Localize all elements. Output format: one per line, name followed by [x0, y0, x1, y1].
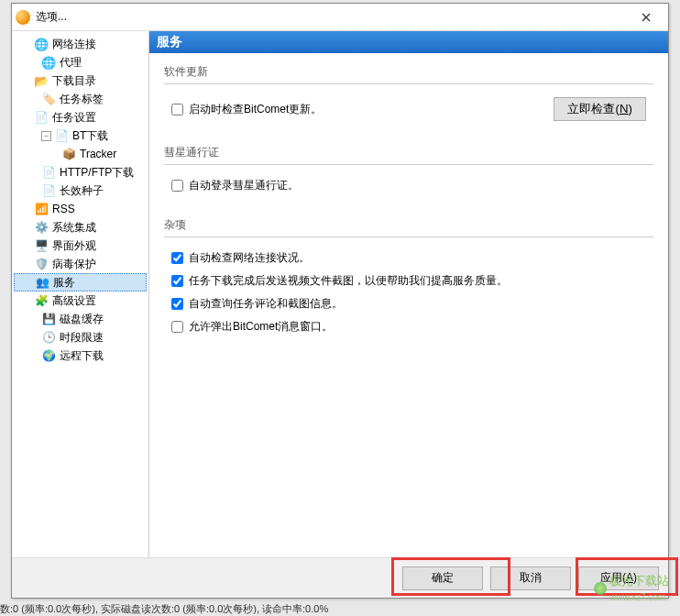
sidebar-item-bt-download[interactable]: −BT下载 — [14, 126, 147, 145]
sidebar-item-proxy[interactable]: 代理 — [14, 53, 147, 72]
tree-label: 任务标签 — [60, 92, 104, 107]
disk-icon — [41, 312, 56, 326]
sidebar-item-disk-cache[interactable]: 磁盘缓存 — [14, 310, 147, 328]
tree-label: BT下载 — [72, 128, 108, 144]
document-icon — [41, 183, 56, 198]
document-icon — [41, 165, 56, 180]
apply-button[interactable]: 应用(A) — [578, 566, 659, 590]
document-icon — [54, 128, 69, 143]
sidebar-item-services[interactable]: 服务 — [14, 273, 147, 292]
window-title: 选项... — [36, 9, 628, 25]
dialog-button-bar: 确定 取消 应用(A) — [12, 557, 668, 598]
people-icon — [35, 275, 49, 290]
gear-icon — [34, 220, 49, 235]
sidebar-item-task-tags[interactable]: 任务标签 — [14, 90, 147, 108]
checkbox-input[interactable] — [171, 180, 183, 192]
sidebar-item-long-seed[interactable]: 长效种子 — [14, 182, 147, 200]
check-now-button[interactable]: 立即检查(N) — [554, 97, 646, 121]
options-dialog: 选项... 网络连接 代理 下载目录 任务标签 任务设置 −BT下载 Track… — [11, 3, 669, 599]
close-button[interactable] — [628, 5, 664, 30]
content-header: 服务 — [149, 31, 668, 53]
sidebar-item-download-dir[interactable]: 下载目录 — [14, 72, 147, 90]
auto-net-checkbox[interactable]: 自动检查网络连接状况。 — [171, 250, 310, 266]
divider — [164, 164, 653, 165]
rss-icon — [34, 202, 49, 216]
group-software-update: 软件更新 启动时检查BitComet更新。 立即检查(N) — [164, 64, 653, 125]
checkbox-input[interactable] — [171, 104, 183, 116]
checkbox-label: 自动登录彗星通行证。 — [189, 178, 299, 193]
tag-icon — [41, 92, 56, 106]
tree-label: HTTP/FTP下载 — [60, 165, 134, 181]
cancel-button[interactable]: 取消 — [490, 566, 571, 590]
sidebar-item-ui[interactable]: 界面外观 — [14, 236, 147, 255]
tree-label: 磁盘缓存 — [60, 312, 104, 327]
tree-label: 任务设置 — [52, 110, 96, 126]
tree-label: 界面外观 — [52, 238, 96, 254]
checkbox-label: 允许弹出BitComet消息窗口。 — [189, 319, 333, 335]
checkbox-label: 自动检查网络连接状况。 — [189, 250, 310, 266]
folder-icon — [34, 73, 49, 88]
collapse-icon[interactable]: − — [41, 131, 51, 141]
clock-icon — [41, 330, 56, 345]
sidebar-item-sys-integration[interactable]: 系统集成 — [14, 218, 147, 236]
send-thumb-checkbox[interactable]: 任务下载完成后发送视频文件截图，以便帮助我们提高服务质量。 — [171, 273, 508, 289]
auto-login-checkbox[interactable]: 自动登录彗星通行证。 — [171, 178, 299, 193]
tree-label: 网络连接 — [52, 37, 96, 52]
tree-label: 远程下载 — [60, 348, 104, 364]
checkbox-input[interactable] — [171, 321, 183, 333]
group-misc: 杂项 自动检查网络连接状况。 任务下载完成后发送视频文件截图，以便帮助我们提高服… — [164, 217, 653, 338]
tree-label: RSS — [52, 203, 75, 215]
checkbox-label: 启动时检查BitComet更新。 — [189, 102, 322, 117]
tree-label: 长效种子 — [60, 183, 104, 199]
content-panel: 服务 软件更新 启动时检查BitComet更新。 立即检查(N) — [149, 31, 668, 557]
tree-label: 病毒保护 — [52, 257, 96, 272]
globe-icon — [34, 37, 49, 51]
globe-icon — [41, 348, 56, 363]
tree-label: 服务 — [53, 275, 75, 291]
monitor-icon — [34, 238, 49, 253]
sidebar-item-task-settings[interactable]: 任务设置 — [14, 108, 147, 126]
tree-label: 时段限速 — [60, 330, 104, 346]
checkbox-input[interactable] — [171, 298, 183, 310]
sidebar-item-advanced[interactable]: 高级设置 — [14, 292, 147, 310]
checkbox-label: 任务下载完成后发送视频文件截图，以便帮助我们提高服务质量。 — [189, 273, 508, 289]
checkbox-input[interactable] — [171, 275, 183, 287]
sidebar-item-virus[interactable]: 病毒保护 — [14, 255, 147, 273]
sidebar-item-rss[interactable]: RSS — [14, 200, 147, 218]
check-on-start-checkbox[interactable]: 启动时检查BitComet更新。 — [171, 102, 322, 117]
sidebar-item-schedule[interactable]: 时段限速 — [14, 328, 147, 346]
checkbox-input[interactable] — [171, 252, 183, 264]
shield-icon — [34, 257, 49, 271]
box-icon — [61, 147, 76, 161]
group-title: 杂项 — [164, 217, 653, 233]
divider — [164, 236, 653, 237]
app-icon — [16, 10, 30, 25]
sidebar-item-network[interactable]: 网络连接 — [14, 35, 147, 53]
auto-query-checkbox[interactable]: 自动查询任务评论和截图信息。 — [171, 296, 343, 312]
group-passport: 彗星通行证 自动登录彗星通行证。 — [164, 145, 653, 197]
titlebar: 选项... — [12, 4, 668, 31]
puzzle-icon — [34, 293, 49, 308]
popup-checkbox[interactable]: 允许弹出BitComet消息窗口。 — [171, 319, 333, 335]
group-title: 软件更新 — [164, 64, 653, 80]
group-title: 彗星通行证 — [164, 145, 653, 160]
divider — [164, 83, 653, 84]
bg-status-text: 数:0 (频率:0.0次每秒), 实际磁盘读次数:0 (频率:0.0次每秒), … — [0, 602, 328, 616]
tree-label: 高级设置 — [52, 293, 96, 309]
checkbox-label: 自动查询任务评论和截图信息。 — [189, 296, 343, 312]
sidebar-item-remote[interactable]: 远程下载 — [14, 346, 147, 365]
globe-icon — [41, 55, 56, 70]
sidebar-item-http-ftp[interactable]: HTTP/FTP下载 — [14, 163, 147, 182]
tree-label: 代理 — [60, 55, 82, 71]
tree-label: 系统集成 — [52, 220, 96, 236]
ok-button[interactable]: 确定 — [402, 566, 483, 590]
tree-label: Tracker — [80, 148, 116, 160]
document-icon — [34, 110, 49, 125]
sidebar-item-tracker[interactable]: Tracker — [14, 145, 147, 163]
tree-label: 下载目录 — [52, 73, 96, 89]
sidebar-tree: 网络连接 代理 下载目录 任务标签 任务设置 −BT下载 Tracker HTT… — [12, 31, 149, 557]
